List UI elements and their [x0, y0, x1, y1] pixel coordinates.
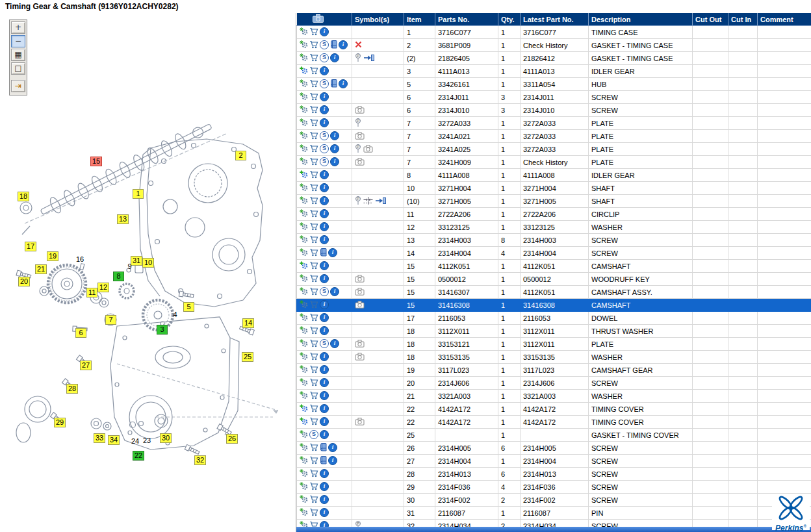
config-icon[interactable] — [300, 183, 308, 192]
cart-icon[interactable] — [309, 443, 318, 451]
camera-icon[interactable] — [363, 145, 373, 153]
table-row[interactable]: iP(10)3271H00513271H005SHAFT — [297, 195, 811, 208]
info-icon[interactable]: i — [320, 430, 329, 439]
cart-icon[interactable] — [309, 391, 318, 399]
diagram-callout-16[interactable]: 16 — [74, 255, 86, 264]
cart-icon[interactable] — [309, 183, 318, 192]
s-badge-icon[interactable]: S — [320, 131, 329, 140]
info-icon[interactable]: i — [339, 79, 348, 88]
info-icon[interactable]: i — [330, 157, 339, 166]
diagram-callout-30[interactable]: 30 — [160, 433, 172, 443]
camera-icon[interactable] — [355, 275, 365, 283]
column-header-latest-part-no[interactable]: Latest Part No. — [521, 13, 589, 26]
config-plus-icon[interactable] — [300, 404, 308, 412]
table-row[interactable]: i224142A17214142A172TIMING COVER — [297, 416, 811, 429]
diagram-callout-24[interactable]: 24 — [129, 437, 141, 446]
cart-icon[interactable] — [309, 508, 318, 516]
config-icon[interactable] — [300, 495, 308, 503]
config-icon[interactable] — [300, 131, 308, 140]
info-icon[interactable]: i — [330, 53, 339, 62]
info-icon[interactable]: i — [330, 131, 339, 140]
config-icon[interactable] — [300, 222, 308, 231]
diagram-callout-7[interactable]: 7 — [105, 315, 116, 325]
info-icon[interactable]: i — [320, 209, 329, 218]
info-icon[interactable]: i — [320, 313, 329, 322]
config-icon[interactable] — [300, 209, 308, 218]
diagram-callout-23[interactable]: 23 — [141, 436, 153, 446]
diagram-callout-18[interactable]: 18 — [18, 192, 29, 201]
camera-icon[interactable] — [355, 353, 365, 361]
panel-collapse-button[interactable]: ⇥ — [11, 80, 25, 92]
info-icon[interactable]: i — [320, 508, 329, 517]
cart-icon[interactable] — [309, 456, 318, 464]
cart-icon[interactable] — [309, 66, 318, 75]
info-icon[interactable]: i — [328, 456, 337, 465]
s-badge-icon[interactable]: S — [320, 339, 329, 348]
config-icon[interactable] — [300, 313, 308, 322]
cart-icon[interactable] — [309, 105, 318, 114]
info-icon[interactable]: i — [320, 365, 329, 374]
table-row[interactable]: i17211605312116053DOWEL — [297, 312, 811, 325]
config-icon[interactable] — [300, 391, 308, 399]
cart-icon[interactable] — [309, 313, 318, 322]
cart-icon[interactable] — [309, 27, 318, 36]
diagram-callout-10[interactable]: 10 — [142, 258, 154, 268]
diagram-callout-15[interactable]: 15 — [90, 157, 102, 166]
info-icon[interactable]: i — [320, 482, 329, 491]
camera-icon[interactable] — [355, 301, 365, 309]
diagram-callout-20[interactable]: 20 — [18, 277, 30, 286]
table-row[interactable]: i132314H00382314H003SCREW — [297, 234, 811, 247]
table-row[interactable]: SiP73241A02513272A033PLATE — [297, 143, 811, 156]
table-row[interactable]: Si153141630714112K051CAMSHAFT ASSY. — [297, 286, 811, 299]
table-row[interactable]: i213321A00313321A003WASHER — [297, 390, 811, 403]
info-icon[interactable]: i — [330, 287, 339, 296]
diagram-callout-33[interactable]: 33 — [94, 433, 105, 443]
camera-icon[interactable] — [355, 418, 365, 425]
info-icon[interactable]: i — [320, 404, 329, 413]
cart-icon[interactable] — [309, 170, 318, 179]
info-icon[interactable]: i — [320, 118, 329, 127]
table-row[interactable]: Si251GASKET - TIMING COVER — [297, 429, 811, 442]
table-row[interactable]: i84111A00814111A008IDLER GEAR — [297, 169, 811, 182]
diagram-callout-9[interactable]: 9 — [124, 262, 135, 272]
column-header-select[interactable] — [297, 13, 352, 26]
table-row[interactable]: i193117L02313117L023CAMSHAFT GEAR — [297, 364, 811, 377]
zoom-overview-button[interactable]: ▦ — [11, 49, 25, 61]
info-icon[interactable]: i — [320, 274, 329, 283]
config-icon[interactable] — [300, 157, 308, 166]
camera-icon[interactable] — [355, 132, 365, 140]
table-row[interactable]: i31211608712116087PIN — [297, 507, 811, 520]
config-icon[interactable] — [300, 27, 308, 36]
info-icon[interactable]: i — [320, 261, 329, 270]
cart-icon[interactable] — [309, 222, 318, 231]
cart-icon[interactable] — [309, 157, 318, 166]
table-row[interactable]: Si183315312113112X011PLATE — [297, 338, 811, 351]
info-icon[interactable]: i — [320, 378, 329, 387]
zoom-in-button[interactable]: + — [11, 21, 25, 34]
cart-icon[interactable] — [309, 209, 318, 218]
cart-icon[interactable] — [309, 469, 318, 477]
column-header-comment[interactable]: Comment — [758, 13, 811, 26]
horizontal-scrollbar[interactable] — [296, 527, 811, 532]
config-icon[interactable] — [300, 53, 308, 62]
diagram-callout-19[interactable]: 19 — [47, 251, 58, 261]
cart-icon[interactable] — [309, 352, 318, 361]
info-icon[interactable]: i — [330, 339, 339, 348]
config-icon[interactable] — [300, 79, 308, 88]
camera-icon[interactable] — [355, 288, 365, 296]
table-row[interactable]: i62314J01132314J011SCREW — [297, 91, 811, 104]
book-icon[interactable] — [330, 40, 337, 49]
config-plus-icon[interactable] — [300, 66, 308, 75]
diagram-callout-3[interactable]: 3 — [157, 325, 168, 335]
table-row[interactable]: i103271H00413271H004SHAFT — [297, 182, 811, 195]
config-icon[interactable] — [300, 326, 308, 335]
column-header-parts-no[interactable]: Parts No. — [435, 13, 498, 26]
config-icon[interactable] — [300, 235, 308, 244]
table-row[interactable]: i1833153135133153135WASHER — [297, 351, 811, 364]
diagram-callout-13[interactable]: 13 — [117, 214, 129, 224]
info-icon[interactable]: i — [339, 40, 348, 49]
table-row[interactable]: i224142A17214142A172TIMING COVER — [297, 403, 811, 416]
camera-icon[interactable] — [355, 106, 365, 114]
column-header-item[interactable]: Item — [404, 13, 435, 26]
config-plus-icon[interactable] — [300, 417, 308, 425]
